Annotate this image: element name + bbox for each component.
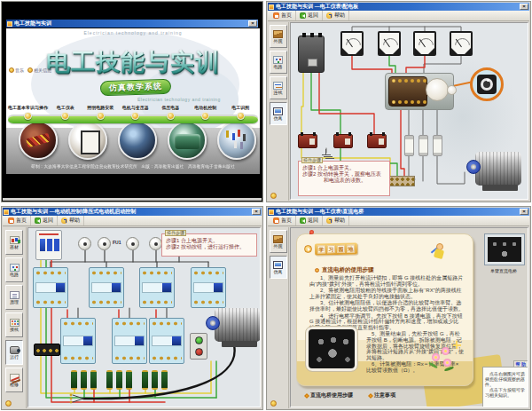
close-button[interactable]: × (252, 209, 261, 215)
circuit-breaker[interactable] (35, 230, 62, 260)
menu-label: 照明电路安装 (87, 105, 113, 110)
close-button[interactable]: × (520, 209, 528, 215)
home-button[interactable]: 首页 (270, 11, 296, 20)
operation-steps-box: 操作步骤 步骤1 合上电源开关。 步骤2 按动按钮，进行运行操作。 (161, 233, 257, 257)
back-button[interactable]: 返回 (296, 11, 323, 20)
help-button[interactable]: 帮助 (323, 11, 349, 20)
bridge-canvas: 学 习 园 地 直流电桥的使用步骤 1、测量前先打开检流计锁扣，即将 G 接线柱… (290, 227, 528, 407)
sidebar-button-circuit[interactable]: 电路 (5, 257, 23, 282)
instrument-thumbnail[interactable] (484, 233, 525, 265)
english-caption: Electrician technology and training (6, 30, 260, 36)
bullet-icon (315, 268, 319, 273)
link-usage-steps[interactable]: 直流电桥使用步骤 (305, 391, 353, 399)
sidebar-button-appearance[interactable]: 外观 (270, 25, 287, 48)
circuit-breaker[interactable] (298, 36, 325, 73)
link-label: 直流电桥使用步骤 (310, 391, 353, 399)
menu-button-icon (167, 112, 175, 120)
sidebar-button-appearance[interactable]: 外观 (270, 230, 287, 253)
window-icon (269, 4, 274, 10)
window-icon (7, 21, 12, 27)
info-button[interactable]: 相关信息 (27, 67, 51, 73)
help-button[interactable]: 帮助 (58, 216, 84, 225)
box-icon (273, 30, 283, 38)
sidebar-button-simulate[interactable]: 仿真 (270, 102, 287, 125)
board-titlebar: 电工技能与实训 —电工仪表\配电板 × (268, 3, 529, 11)
back-arrow-icon (35, 217, 41, 224)
flower-graphic (443, 359, 451, 367)
assistant-smiley-button[interactable] (5, 400, 12, 407)
panel-motor-sim: 电工技能与实训 —电动机控制\降压式电动机启动控制 × 首页 返回 帮助 器材 … (1, 206, 263, 410)
main-menu: 电工基本常识与操作 电工仪表 照明电路安装 电机与变压器 低压电器 电动机控制 … (8, 105, 258, 128)
starting-resistor (142, 370, 148, 390)
sidebar-button-wiring[interactable]: 连线 (270, 76, 287, 99)
start-button[interactable] (195, 336, 203, 344)
round-fuse-4 (149, 237, 162, 250)
star-graphic (453, 341, 461, 349)
sidebar-button-run[interactable]: 运行 (5, 340, 23, 365)
menu-item-lighting[interactable]: 照明电路安装 (83, 105, 119, 128)
sidebar-button-circuit[interactable]: 电路 (270, 51, 287, 74)
menu-item-machines[interactable]: 电机与变压器 (118, 105, 153, 128)
help-label: 帮助 (69, 217, 80, 225)
home-button[interactable]: 首页 (270, 216, 296, 225)
bridge-instrument-photo (306, 327, 357, 371)
back-button[interactable]: 返回 (296, 216, 323, 225)
magnifier-callout[interactable] (470, 67, 504, 101)
help-icon (326, 217, 332, 224)
assistant-smiley-button[interactable] (270, 400, 277, 407)
menu-item-lowvoltage[interactable]: 低压电器 (153, 105, 189, 128)
document-icon (10, 291, 20, 299)
sidebar-label: 外观 (274, 244, 283, 249)
meter-corner (428, 48, 434, 54)
sidebar-button-repair[interactable]: 检修 (5, 368, 23, 392)
window-title: 电工技能与实训 (14, 20, 246, 28)
sidebar-button-wiring[interactable]: 接线 (5, 312, 23, 337)
stop-button[interactable] (195, 348, 203, 356)
bridge-titlebar: 电工技能与实训 —电工仪表\直流电桥 × (268, 208, 529, 216)
close-button[interactable]: × (520, 4, 528, 10)
sidebar-label: 连线 (274, 91, 283, 95)
dots-icon (10, 319, 20, 327)
back-label: 返回 (43, 217, 53, 225)
circuit-icon (10, 264, 20, 272)
link-notes[interactable]: 注意事项 (369, 391, 395, 399)
close-button[interactable]: × (248, 20, 257, 27)
link-label: 注意事项 (374, 391, 395, 399)
help-button[interactable]: 帮助 (323, 216, 349, 225)
help-icon (61, 217, 67, 224)
panel-board-sim: 电工技能与实训 —电工仪表\配电板 × 首页 返回 帮助 外观 电路 连线 仿真 (266, 1, 531, 202)
sidebar-button-principle[interactable]: 原理 (5, 285, 23, 310)
board-canvas: 操作步骤 步骤1 合上电源开关。 步骤2 按动转换开关，观察电压表 和电流表的读… (290, 22, 528, 200)
back-button[interactable]: 返回 (31, 216, 58, 225)
wiring-icon (273, 82, 283, 90)
terminal-block (34, 344, 60, 356)
home-button[interactable]: 首页 (4, 216, 31, 225)
window-title: 电工技能与实训 —电工仪表\直流电桥 (276, 208, 518, 216)
menu-button-icon (97, 112, 105, 120)
assistant-smiley-button[interactable] (270, 193, 277, 199)
banner-char: 园 (337, 245, 345, 253)
sidebar-button-equipment[interactable]: 器材 (5, 230, 23, 255)
sidebar-label: 器材 (10, 245, 19, 249)
menu-item-instruments[interactable]: 电工仪表 (48, 105, 83, 128)
motor-hub (210, 320, 215, 326)
music-button[interactable]: 音乐 (9, 67, 24, 73)
steps-tab: 操作步骤 (301, 157, 323, 163)
step-line: 和电流表的读数。 (302, 178, 387, 184)
splash-content: Electrician technology and training 音乐 相… (6, 28, 260, 174)
bridge-sidebar: 外观 仿真 (268, 227, 289, 408)
switch-knob-icon (477, 75, 497, 94)
credit-line: 研制：大连海事大学信息工程学院信息化教育技术研究所 出版：高等教育出版社 高等教… (16, 163, 249, 169)
changeover-switch[interactable] (388, 76, 427, 107)
step-line: 步骤1 合上电源开关。 (166, 238, 254, 244)
sidebar-button-simulate[interactable]: 仿真 (270, 256, 287, 279)
box-icon (273, 235, 283, 243)
menu-item-motorcontrol[interactable]: 电动机控制 (188, 105, 223, 128)
contactor-5 (60, 318, 96, 364)
round-fuse-2 (98, 237, 111, 250)
menu-button-icon (237, 112, 245, 120)
menu-item-basics[interactable]: 电工基本常识与操作 (8, 105, 48, 128)
menu-item-diagrams[interactable]: 电工识图 (223, 105, 259, 128)
current-transformer-3 (367, 134, 387, 148)
window-frame (3, 198, 262, 201)
